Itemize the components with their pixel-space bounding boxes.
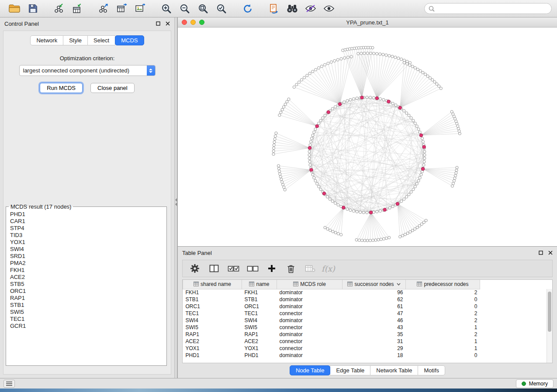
sort-chevron-icon[interactable] xyxy=(397,281,401,287)
cell-shared-name[interactable]: RAP1 xyxy=(183,331,242,338)
table-tab-node-table[interactable]: Node Table xyxy=(290,365,331,375)
select-all-button[interactable] xyxy=(225,261,241,275)
cell-mcds-role[interactable]: dominator xyxy=(277,352,343,359)
table-tab-network-table[interactable]: Network Table xyxy=(370,365,418,375)
mcds-result-item[interactable]: ACE2 xyxy=(10,274,166,281)
cell-name[interactable]: TEC1 xyxy=(242,310,277,317)
minimize-window-icon[interactable] xyxy=(190,20,196,25)
cell-predecessor-nodes[interactable]: 0 xyxy=(406,303,480,310)
table-row[interactable]: ACE2ACE2connector311 xyxy=(183,338,553,345)
mcds-result-item[interactable]: SWI5 xyxy=(10,309,166,316)
cell-successor-nodes[interactable]: 29 xyxy=(343,345,406,352)
mcds-result-item[interactable]: SRD1 xyxy=(10,253,166,260)
table-row[interactable]: STB1STB1dominator620 xyxy=(183,296,553,303)
cell-successor-nodes[interactable]: 61 xyxy=(343,303,406,310)
cell-mcds-role[interactable]: dominator xyxy=(277,331,343,338)
memory-button[interactable]: Memory xyxy=(516,379,554,388)
tab-select[interactable]: Select xyxy=(87,35,115,45)
cell-mcds-role[interactable]: connector xyxy=(277,310,343,317)
column-header-mcds-role[interactable]: MCDS role xyxy=(277,280,343,289)
cell-successor-nodes[interactable]: 43 xyxy=(343,324,406,331)
table-scrollbar[interactable] xyxy=(547,289,552,363)
mcds-result-item[interactable]: FKH1 xyxy=(10,267,166,274)
cell-name[interactable]: FKH1 xyxy=(242,289,277,296)
show-columns-button[interactable] xyxy=(206,261,222,275)
cell-shared-name[interactable]: PHD1 xyxy=(183,352,242,359)
tab-style[interactable]: Style xyxy=(63,35,88,45)
zoom-out-button[interactable] xyxy=(176,1,194,16)
column-header-successor-nodes[interactable]: successor nodes xyxy=(343,280,406,289)
mcds-result-item[interactable]: STP4 xyxy=(10,225,166,232)
table-row[interactable]: FKH1FKH1dominator962 xyxy=(183,289,553,296)
close-panel-button[interactable]: Close panel xyxy=(90,83,135,93)
export-image-button[interactable] xyxy=(131,1,149,16)
cell-predecessor-nodes[interactable]: 1 xyxy=(406,324,480,331)
cell-mcds-role[interactable]: dominator xyxy=(277,296,343,303)
cell-name[interactable]: PHD1 xyxy=(242,352,277,359)
column-header-name[interactable]: name xyxy=(242,280,277,289)
cell-predecessor-nodes[interactable]: 1 xyxy=(406,345,480,352)
splitter-collapse-icon[interactable] xyxy=(175,197,177,207)
cell-predecessor-nodes[interactable]: 0 xyxy=(406,352,480,359)
panel-splitter[interactable] xyxy=(174,17,177,378)
cell-predecessor-nodes[interactable]: 2 xyxy=(406,289,480,296)
cell-predecessor-nodes[interactable]: 2 xyxy=(406,310,480,317)
cell-name[interactable]: YOX1 xyxy=(242,345,277,352)
mcds-result-item[interactable]: RAP1 xyxy=(10,295,166,302)
cell-successor-nodes[interactable]: 31 xyxy=(343,338,406,345)
cell-shared-name[interactable]: FKH1 xyxy=(183,289,242,296)
column-header-predecessor-nodes[interactable]: predecessor nodes xyxy=(406,280,480,289)
tab-mcds[interactable]: MCDS xyxy=(115,35,144,45)
mcds-result-item[interactable]: STB1 xyxy=(10,302,166,309)
cell-shared-name[interactable]: ORC1 xyxy=(183,303,242,310)
cell-shared-name[interactable]: SWI5 xyxy=(183,324,242,331)
cell-successor-nodes[interactable]: 35 xyxy=(343,331,406,338)
table-row[interactable]: SWI4SWI4dominator462 xyxy=(183,317,553,324)
cell-predecessor-nodes[interactable]: 0 xyxy=(406,296,480,303)
mcds-result-item[interactable]: GCR1 xyxy=(10,323,166,330)
table-settings-button[interactable] xyxy=(187,261,203,275)
table-row[interactable]: ORC1ORC1dominator610 xyxy=(183,303,553,310)
run-mcds-button[interactable]: Run MCDS xyxy=(40,83,83,93)
column-header-shared-name[interactable]: shared name xyxy=(183,280,242,289)
hide-selected-button[interactable] xyxy=(301,1,320,16)
cell-mcds-role[interactable]: dominator xyxy=(277,317,343,324)
cell-name[interactable]: ACE2 xyxy=(242,338,277,345)
cell-mcds-role[interactable]: dominator xyxy=(277,303,343,310)
criterion-dropdown[interactable]: largest connected component (undirected) xyxy=(19,65,156,76)
cell-mcds-role[interactable]: connector xyxy=(277,338,343,345)
mcds-result-item[interactable]: PHD1 xyxy=(10,211,166,218)
cell-successor-nodes[interactable]: 18 xyxy=(343,352,406,359)
export-table-button[interactable] xyxy=(113,1,131,16)
cell-shared-name[interactable]: SWI4 xyxy=(183,317,242,324)
cell-shared-name[interactable]: STB1 xyxy=(183,296,242,303)
export-network-button[interactable] xyxy=(94,1,113,16)
tab-network[interactable]: Network xyxy=(30,35,63,45)
table-tab-edge-table[interactable]: Edge Table xyxy=(330,365,370,375)
cell-successor-nodes[interactable]: 47 xyxy=(343,310,406,317)
panel-menu-button[interactable] xyxy=(3,380,15,388)
cell-mcds-role[interactable]: connector xyxy=(277,324,343,331)
mcds-result-item[interactable]: ORC1 xyxy=(10,288,166,295)
close-panel-x-button[interactable] xyxy=(166,21,170,26)
cell-predecessor-nodes[interactable]: 2 xyxy=(406,317,480,324)
refresh-button[interactable] xyxy=(239,1,257,16)
table-row[interactable]: YOX1YOX1connector291 xyxy=(183,345,553,352)
duplicate-network-button[interactable] xyxy=(265,1,283,16)
table-scrollbar-thumb[interactable] xyxy=(548,292,551,332)
cell-successor-nodes[interactable]: 46 xyxy=(343,317,406,324)
delete-row-button[interactable] xyxy=(283,261,299,275)
cell-predecessor-nodes[interactable]: 1 xyxy=(406,338,480,345)
table-row[interactable]: RAP1RAP1dominator352 xyxy=(183,331,553,338)
save-button[interactable] xyxy=(24,1,42,16)
float-table-panel-button[interactable] xyxy=(539,251,543,255)
cell-name[interactable]: SWI4 xyxy=(242,317,277,324)
search-input[interactable] xyxy=(437,5,547,12)
add-row-button[interactable] xyxy=(264,261,280,275)
unselect-all-button[interactable] xyxy=(245,261,260,275)
mcds-result-item[interactable]: TEC1 xyxy=(10,316,166,323)
table-row[interactable]: SWI5SWI5connector431 xyxy=(183,324,553,331)
close-window-icon[interactable] xyxy=(182,20,187,25)
table-tab-motifs[interactable]: Motifs xyxy=(418,365,445,375)
import-network-button[interactable] xyxy=(50,1,68,16)
